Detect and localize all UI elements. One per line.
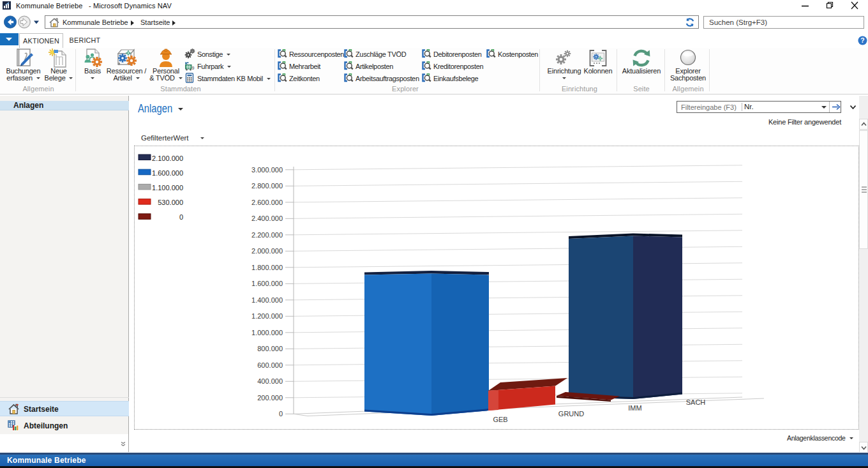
svg-text:600.000: 600.000 bbox=[257, 361, 283, 369]
svg-text:200.000: 200.000 bbox=[257, 394, 283, 402]
svg-text:2.400.000: 2.400.000 bbox=[251, 215, 283, 222]
svg-text:1.100.000: 1.100.000 bbox=[152, 184, 183, 192]
svg-text:0: 0 bbox=[179, 213, 183, 221]
svg-text:2.000.000: 2.000.000 bbox=[251, 247, 283, 255]
svg-text:530.000: 530.000 bbox=[158, 199, 183, 206]
svg-text:9: 9 bbox=[192, 66, 195, 70]
svg-text:1.600.000: 1.600.000 bbox=[152, 169, 183, 177]
svg-text:1.200.000: 1.200.000 bbox=[251, 312, 283, 320]
svg-text:1.400.000: 1.400.000 bbox=[251, 296, 283, 304]
svg-text:1.800.000: 1.800.000 bbox=[251, 264, 283, 271]
svg-text:1.000.000: 1.000.000 bbox=[251, 329, 283, 336]
svg-text:800.000: 800.000 bbox=[257, 345, 283, 352]
svg-text:?: ? bbox=[860, 36, 864, 44]
svg-text:GEB: GEB bbox=[493, 416, 507, 423]
svg-text:2.100.000: 2.100.000 bbox=[152, 155, 183, 162]
svg-text:1.600.000: 1.600.000 bbox=[251, 280, 283, 287]
svg-text:2.600.000: 2.600.000 bbox=[251, 199, 283, 206]
svg-text:400.000: 400.000 bbox=[257, 377, 283, 385]
svg-text:IMM: IMM bbox=[628, 404, 641, 412]
svg-text:SACH: SACH bbox=[686, 398, 706, 406]
svg-text:0: 0 bbox=[279, 410, 283, 418]
svg-text:3.000.000: 3.000.000 bbox=[251, 166, 283, 174]
svg-text:GRUND: GRUND bbox=[558, 410, 584, 418]
svg-text:2.200.000: 2.200.000 bbox=[251, 231, 283, 239]
svg-text:2.800.000: 2.800.000 bbox=[251, 182, 283, 190]
